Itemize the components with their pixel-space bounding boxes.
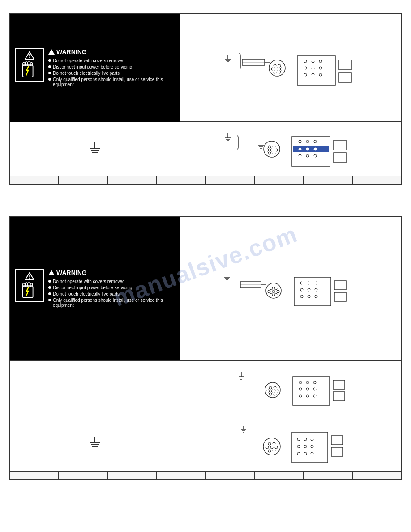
svg-point-61 bbox=[306, 148, 309, 150]
diagram-svg-3 bbox=[219, 267, 362, 310]
p2-footer-cell-8 bbox=[353, 472, 401, 479]
panel1-row1: ! bbox=[10, 14, 401, 122]
svg-rect-23 bbox=[297, 56, 335, 85]
svg-rect-56 bbox=[293, 146, 329, 152]
svg-rect-34 bbox=[339, 73, 351, 82]
svg-point-62 bbox=[314, 148, 317, 150]
panel1-row2 bbox=[10, 122, 401, 176]
footer-cell-4 bbox=[157, 176, 206, 184]
p2-footer-cell-3 bbox=[108, 472, 157, 479]
warning-cell-2: ! bbox=[10, 217, 180, 360]
svg-text:!: ! bbox=[29, 275, 30, 279]
bullet-1-2: Disconnect input power before servicing bbox=[48, 64, 175, 69]
svg-point-60 bbox=[299, 148, 301, 150]
diagram-svg-2 bbox=[219, 127, 362, 172]
panel-2: ! bbox=[9, 216, 402, 480]
warning-title-2: WARNING bbox=[48, 269, 175, 276]
ground-cell-1 bbox=[10, 122, 180, 176]
bullet-1-4: Only qualified persons should install, u… bbox=[48, 77, 175, 87]
p2-footer-cell-4 bbox=[157, 472, 206, 479]
footer-cell-7 bbox=[304, 176, 352, 184]
p2-footer-cell-6 bbox=[255, 472, 304, 479]
bullet-2-2: Disconnect input power before servicing bbox=[48, 285, 175, 290]
hand-icon bbox=[21, 60, 38, 78]
footer-cell-2 bbox=[59, 176, 107, 184]
svg-rect-125 bbox=[333, 380, 345, 389]
diagram-cell-1-2 bbox=[180, 122, 401, 176]
diagram-svg-1 bbox=[219, 46, 362, 90]
panel2-footer bbox=[10, 471, 401, 479]
svg-rect-126 bbox=[333, 392, 345, 401]
p2-footer-cell-5 bbox=[206, 472, 255, 479]
panel1-footer bbox=[10, 176, 401, 184]
diagram-svg-5 bbox=[219, 420, 362, 467]
warning-text-1: WARNING Do not operate with covers remov… bbox=[48, 48, 175, 88]
bullet-1-1: Do not operate with covers removed bbox=[48, 58, 175, 63]
p2-footer-cell-1 bbox=[10, 472, 59, 479]
panel2-row3 bbox=[10, 415, 401, 471]
svg-rect-66 bbox=[334, 140, 346, 150]
diagram-svg-4 bbox=[219, 367, 362, 409]
panel-1: ! bbox=[9, 13, 402, 185]
svg-rect-67 bbox=[334, 153, 346, 163]
spacer bbox=[9, 198, 402, 216]
footer-cell-3 bbox=[108, 176, 157, 184]
page-container: manualsive.com ! bbox=[0, 0, 411, 532]
footer-cell-8 bbox=[353, 176, 401, 184]
p2-footer-cell-2 bbox=[59, 472, 107, 479]
hand-icon-2 bbox=[21, 281, 38, 299]
svg-rect-91 bbox=[294, 277, 331, 306]
svg-text:!: ! bbox=[29, 54, 30, 59]
warning-title-1: WARNING bbox=[48, 48, 175, 56]
diagram-cell-2-1 bbox=[180, 217, 401, 360]
p2-footer-cell-7 bbox=[304, 472, 352, 479]
warning-cell-1: ! bbox=[10, 14, 180, 122]
ground-symbol-2 bbox=[86, 434, 104, 452]
warning-text-2: WARNING Do not operate with covers remov… bbox=[48, 269, 175, 309]
svg-rect-143 bbox=[292, 432, 328, 463]
ground-cell-2 bbox=[10, 415, 180, 471]
panel2-row2 bbox=[10, 361, 401, 415]
footer-cell-6 bbox=[255, 176, 304, 184]
bullet-1-3: Do not touch electrically live parts bbox=[48, 71, 175, 76]
bullet-2-1: Do not operate with covers removed bbox=[48, 279, 175, 284]
svg-point-135 bbox=[263, 438, 280, 455]
diagram-cell-2-2 bbox=[180, 361, 401, 415]
svg-rect-101 bbox=[334, 281, 346, 290]
footer-cell-5 bbox=[206, 176, 255, 184]
empty-cell-2-2 bbox=[10, 361, 180, 415]
bullet-2-4: Only qualified persons should install, u… bbox=[48, 298, 175, 308]
panel2-row1: ! bbox=[10, 217, 401, 361]
ground-symbol-1 bbox=[86, 140, 104, 158]
svg-rect-153 bbox=[331, 436, 343, 445]
bullet-2-3: Do not touch electrically live parts bbox=[48, 292, 175, 296]
svg-rect-154 bbox=[331, 447, 343, 456]
footer-cell-1 bbox=[10, 176, 59, 184]
svg-rect-102 bbox=[334, 292, 346, 301]
svg-rect-115 bbox=[293, 377, 330, 405]
diagram-cell-2-3 bbox=[180, 415, 401, 471]
diagram-cell-1-1 bbox=[180, 14, 401, 122]
svg-rect-33 bbox=[339, 60, 351, 70]
